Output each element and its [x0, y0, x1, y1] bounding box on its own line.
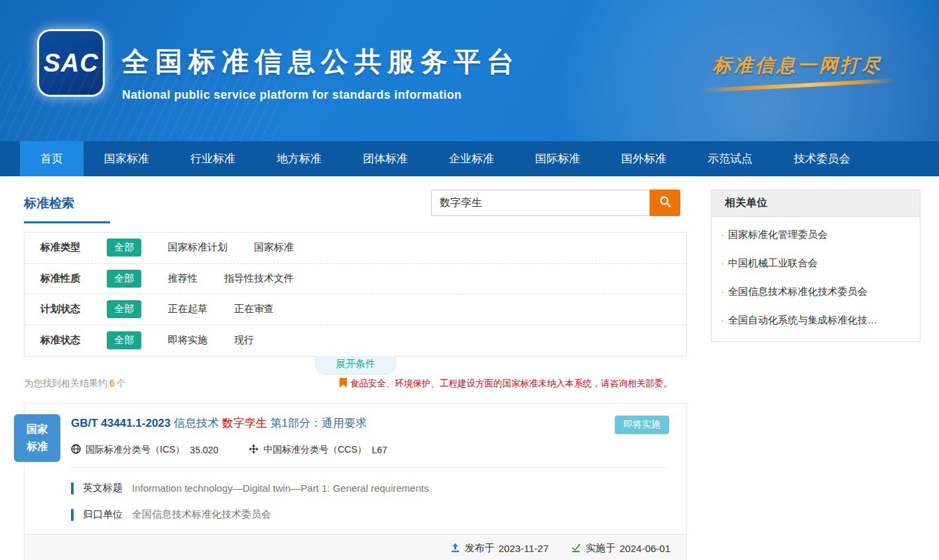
filter-option[interactable]: 指导性技术文件	[224, 272, 294, 285]
card-meta-row: 国际标准分类号（ICS） 35.020 中国标准分类号（CCS） L67	[71, 444, 669, 456]
implemented-date-value: 2024-06-01	[619, 543, 670, 554]
implement-check-icon	[571, 543, 586, 555]
committee-label: 归口单位	[83, 508, 123, 521]
ccs-meta: 中国标准分类号（CCS） L67	[249, 444, 387, 456]
related-unit-link[interactable]: ·全国自动化系统与集成标准化技…	[712, 306, 920, 335]
results-count: 为您找到相关结果约6个	[24, 378, 126, 390]
header-slogan-wrap: 标准信息一网打尽	[688, 53, 907, 87]
related-units-panel: 相关单位 ·国家标准化管理委员会 ·中国机械工业联合会 ·全国信息技术标准化技术…	[711, 190, 920, 342]
ics-value: 35.020	[190, 445, 218, 455]
filter-all-badge[interactable]: 全部	[107, 270, 141, 288]
filter-option[interactable]: 正在审查	[234, 303, 274, 315]
page-content: 标准检索 标准类型 全部 国家标准计划 国家标准 标准性质 全部	[0, 176, 939, 560]
standard-title-part1: 信息技术	[174, 417, 219, 429]
filter-row-standard-type: 标准类型 全部 国家标准计划 国家标准	[25, 233, 686, 264]
related-unit-link[interactable]: ·中国机械工业联合会	[712, 249, 920, 278]
filter-option[interactable]: 国家标准计划	[168, 241, 227, 254]
filter-option[interactable]: 即将实施	[168, 334, 208, 347]
nav-item-enterprise-standards[interactable]: 企业标准	[428, 141, 515, 176]
sac-logo-text: SAC	[43, 49, 98, 78]
committee-row: 归口单位 全国信息技术标准化技术委员会	[71, 508, 669, 521]
notice-text: 食品安全、环境保护、工程建设方面的国家标准未纳入本系统，请咨询相关部委。	[350, 378, 672, 390]
filter-row-plan-status: 计划状态 全部 正在起草 正在审查	[25, 294, 686, 325]
nav-item-industry-standards[interactable]: 行业标准	[170, 141, 256, 176]
item-bullet: ·	[721, 314, 724, 325]
expand-conditions-button[interactable]: 展开条件	[315, 356, 396, 374]
site-subtitle: National public service platform for sta…	[122, 88, 520, 102]
header-slogan: 标准信息一网打尽	[688, 53, 907, 78]
teal-bar	[71, 509, 74, 521]
publish-upload-icon	[450, 543, 465, 555]
expand-wrap: 展开条件	[24, 357, 687, 374]
published-date-value: 2023-11-27	[499, 543, 549, 554]
standard-result-card: 国家标准 GB/T 43441.1-2023 信息技术 数字孪生 第1部分：通用…	[24, 403, 687, 560]
item-bullet: ·	[721, 229, 724, 240]
nav-item-foreign-standards[interactable]: 国外标准	[601, 141, 687, 176]
results-info-row: 为您找到相关结果约6个 食品安全、环境保护、工程建设方面的国家标准未纳入本系统，…	[24, 378, 687, 390]
search-section: 标准检索	[24, 190, 687, 229]
results-count-number: 6	[109, 378, 115, 388]
main-nav: 首页 国家标准 行业标准 地方标准 团体标准 企业标准 国际标准 国外标准 示范…	[0, 141, 939, 176]
standard-title-link[interactable]: GB/T 43441.1-2023 信息技术 数字孪生 第1部分：通用要求	[71, 416, 367, 431]
filter-label: 标准状态	[40, 334, 107, 347]
committee-value: 全国信息技术标准化技术委员会	[132, 508, 271, 521]
english-title-value: Information technology—Digital twin—Part…	[132, 482, 429, 494]
filter-label: 标准类型	[40, 241, 107, 254]
card-title-row: GB/T 43441.1-2023 信息技术 数字孪生 第1部分：通用要求 即将…	[71, 416, 669, 434]
filter-option[interactable]: 国家标准	[254, 241, 294, 254]
sac-logo[interactable]: SAC	[37, 29, 105, 97]
english-title-label: 英文标题	[83, 482, 123, 494]
standard-type-badge: 国家标准	[14, 414, 60, 462]
compass-icon	[249, 444, 263, 456]
filter-option[interactable]: 正在起草	[168, 303, 208, 315]
nav-item-technical-committees[interactable]: 技术委员会	[773, 141, 871, 176]
nav-item-group-standards[interactable]: 团体标准	[342, 141, 428, 176]
filter-all-badge[interactable]: 全部	[107, 300, 141, 318]
standard-code: GB/T 43441.1-2023	[71, 417, 170, 429]
standard-title-highlight: 数字孪生	[222, 417, 267, 429]
filter-row-standard-nature: 标准性质 全部 推荐性 指导性技术文件	[25, 264, 686, 295]
search-input[interactable]	[431, 190, 650, 216]
search-button[interactable]	[650, 190, 680, 216]
filter-all-badge[interactable]: 全部	[107, 331, 141, 349]
filter-label: 标准性质	[40, 272, 107, 285]
section-title-standard-search: 标准检索	[24, 190, 110, 223]
ics-label: 国际标准分类号（ICS）	[86, 444, 184, 456]
nav-item-home[interactable]: 首页	[20, 141, 84, 176]
teal-bar	[71, 482, 74, 494]
main-column: 标准检索 标准类型 全部 国家标准计划 国家标准 标准性质 全部	[24, 190, 687, 560]
related-units-title: 相关单位	[712, 190, 920, 217]
nav-item-international-standards[interactable]: 国际标准	[515, 141, 601, 176]
item-bullet: ·	[721, 257, 724, 268]
related-unit-link[interactable]: ·全国信息技术标准化技术委员会	[712, 278, 920, 306]
card-footer: 发布于 2023-11-27 实施于 2024-06-01	[25, 534, 686, 560]
nav-item-local-standards[interactable]: 地方标准	[256, 141, 342, 176]
nav-item-national-standards[interactable]: 国家标准	[84, 141, 170, 176]
ccs-value: L67	[372, 445, 387, 455]
related-units-list: ·国家标准化管理委员会 ·中国机械工业联合会 ·全国信息技术标准化技术委员会 ·…	[712, 217, 920, 341]
related-unit-link[interactable]: ·国家标准化管理委员会	[712, 221, 920, 249]
sidebar-column: 相关单位 ·国家标准化管理委员会 ·中国机械工业联合会 ·全国信息技术标准化技术…	[711, 190, 920, 560]
standard-title-part2: 第1部分：通用要求	[270, 417, 366, 429]
filter-option[interactable]: 推荐性	[168, 272, 198, 285]
english-title-row: 英文标题 Information technology—Digital twin…	[71, 482, 669, 494]
site-titles: 全国标准信息公共服务平台 National public service pla…	[122, 44, 520, 102]
filter-label: 计划状态	[40, 303, 107, 315]
slogan-underline	[698, 78, 897, 93]
system-notice: 食品安全、环境保护、工程建设方面的国家标准未纳入本系统，请咨询相关部委。	[340, 378, 672, 390]
filter-box: 标准类型 全部 国家标准计划 国家标准 标准性质 全部 推荐性 指导性技术文件 …	[24, 232, 687, 357]
ics-meta: 国际标准分类号（ICS） 35.020	[71, 444, 218, 456]
site-header: SAC 全国标准信息公共服务平台 National public service…	[0, 0, 939, 141]
bookmark-icon	[340, 378, 350, 390]
filter-row-standard-status: 标准状态 全部 即将实施 现行	[25, 325, 686, 357]
search-box	[431, 190, 680, 216]
nav-item-pilot[interactable]: 示范试点	[687, 141, 773, 176]
search-icon	[658, 195, 672, 211]
filter-all-badge[interactable]: 全部	[107, 239, 141, 256]
published-date: 发布于 2023-11-27	[450, 542, 549, 555]
filter-option[interactable]: 现行	[234, 334, 254, 347]
status-badge: 即将实施	[615, 416, 669, 434]
card-body: GB/T 43441.1-2023 信息技术 数字孪生 第1部分：通用要求 即将…	[25, 404, 686, 534]
site-title: 全国标准信息公共服务平台	[122, 44, 520, 80]
implemented-date: 实施于 2024-06-01	[571, 542, 670, 555]
